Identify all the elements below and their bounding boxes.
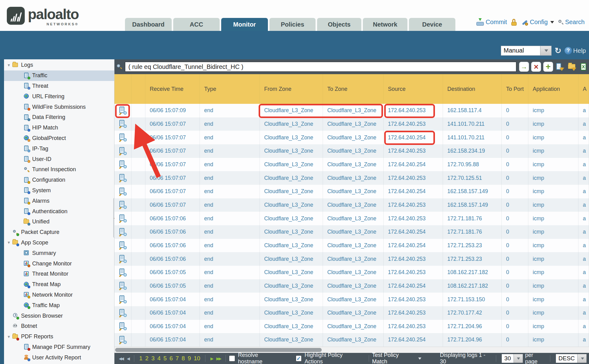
filter-builder-icon[interactable] (556, 62, 565, 71)
refresh-icon[interactable]: ↻ (555, 47, 561, 55)
log-detail-icon[interactable] (119, 241, 126, 249)
sidebar-item-ip-tag[interactable]: IP-Tag (4, 143, 114, 154)
sidebar-item-app-scope[interactable]: ▼App Scope (4, 238, 114, 248)
apply-filter-icon[interactable]: → (519, 62, 529, 71)
log-detail-icon[interactable] (119, 336, 126, 344)
log-detail-icon[interactable] (119, 160, 126, 168)
page-link-8[interactable]: 8 (182, 355, 185, 362)
log-detail-icon[interactable] (119, 269, 126, 277)
sidebar-item-packet-capture[interactable]: Packet Capture (4, 227, 114, 238)
sort-order-select[interactable]: DESC (556, 354, 587, 363)
sidebar-item-data-filtering[interactable]: Data Filtering (4, 112, 114, 123)
sidebar-item-wildfire-submissions[interactable]: WildFire Submissions (4, 102, 114, 112)
page-link-2[interactable]: 2 (145, 355, 149, 362)
sidebar-item-user-activity-report[interactable]: User Activity Report (4, 352, 114, 363)
column-header-action[interactable]: A (578, 74, 589, 104)
column-header-source[interactable]: Source (384, 74, 443, 104)
next-page-button[interactable]: ▶ (209, 356, 214, 361)
sidebar-item-authentication[interactable]: Authentication (4, 206, 114, 217)
expand-caret-icon[interactable]: ▼ (7, 240, 11, 245)
prev-page-button[interactable]: ◀ (125, 356, 131, 361)
log-detail-icon[interactable] (119, 255, 126, 263)
page-link-7[interactable]: 7 (175, 355, 179, 362)
sidebar-item-alarms[interactable]: Alarms (4, 196, 114, 206)
log-detail-icon[interactable] (119, 174, 126, 182)
sidebar-item-threat-monitor[interactable]: Threat Monitor (4, 269, 114, 279)
sidebar-item-manage-pdf-summary[interactable]: Manage PDF Summary (4, 342, 114, 353)
log-detail-icon[interactable] (119, 214, 126, 222)
log-detail-icon[interactable] (119, 282, 126, 290)
column-header-type[interactable]: Type (200, 74, 260, 104)
resolve-hostname-checkbox[interactable] (229, 355, 235, 362)
sidebar-item-traffic[interactable]: Traffic (4, 70, 114, 81)
lock-icon[interactable] (511, 19, 517, 26)
log-detail-icon[interactable] (119, 188, 126, 196)
column-header-detail[interactable] (114, 74, 131, 104)
sidebar-item-system[interactable]: System (4, 185, 114, 196)
log-detail-icon[interactable] (119, 295, 126, 303)
column-header-destination[interactable]: Destination (443, 74, 502, 104)
load-filter-icon[interactable] (568, 62, 577, 71)
tab-acc[interactable]: ACC (173, 18, 220, 31)
sidebar-item-network-monitor[interactable]: Network Monitor (4, 290, 114, 300)
page-link-10[interactable]: 10 (194, 355, 200, 362)
commit-button[interactable]: Commit (476, 19, 507, 26)
sidebar-item-url-filtering[interactable]: URL Filtering (4, 91, 114, 102)
tab-policies[interactable]: Policies (269, 18, 316, 31)
refresh-interval-select[interactable]: Manual (501, 46, 552, 56)
sidebar-item-hip-match[interactable]: HIP Match (4, 123, 114, 133)
last-page-button[interactable]: ▶▶ (214, 356, 222, 361)
column-header-spacer[interactable] (131, 74, 145, 104)
sidebar-item-traffic-map[interactable]: Traffic Map (4, 300, 114, 311)
log-detail-icon[interactable] (119, 147, 126, 155)
sidebar-item-threat[interactable]: Threat (4, 81, 114, 91)
highlight-policy-actions-checkbox[interactable]: ✓ (296, 355, 302, 362)
expand-caret-icon[interactable]: ▼ (7, 335, 11, 339)
tab-objects[interactable]: Objects (317, 18, 361, 31)
sort-order-caret[interactable] (577, 354, 587, 363)
page-link-4[interactable]: 4 (157, 355, 161, 362)
refresh-interval-caret[interactable] (540, 46, 552, 56)
help-button[interactable]: ? Help (565, 47, 586, 54)
test-policy-match-button[interactable]: Test Policy Match (372, 352, 421, 364)
log-filter-input[interactable] (125, 62, 516, 72)
log-detail-icon[interactable] (119, 309, 126, 317)
column-header-from-zone[interactable]: From Zone (260, 74, 323, 104)
first-page-button[interactable]: ◀◀ (117, 356, 125, 361)
page-link-6[interactable]: 6 (170, 355, 173, 362)
add-filter-icon[interactable]: + (544, 62, 553, 71)
per-page-caret[interactable] (514, 354, 523, 363)
search-button[interactable]: Search (558, 19, 585, 26)
log-detail-icon[interactable] (119, 322, 126, 330)
sidebar-item-botnet[interactable]: Botnet (4, 321, 114, 332)
expand-caret-icon[interactable]: ▼ (7, 63, 11, 67)
sidebar-item-configuration[interactable]: Configuration (4, 175, 114, 185)
log-detail-icon[interactable] (119, 201, 126, 209)
sidebar-item-unified[interactable]: Unified (4, 217, 114, 227)
log-detail-icon[interactable] (119, 228, 126, 236)
tab-dashboard[interactable]: Dashboard (125, 18, 172, 31)
column-header-to-port[interactable]: To Port (502, 74, 528, 104)
page-link-1[interactable]: 1 (139, 355, 143, 362)
sidebar-item-summary[interactable]: Summary (4, 248, 114, 258)
horizontal-scrollbar-thumb[interactable] (115, 348, 322, 352)
clear-filter-icon[interactable]: × (531, 62, 541, 71)
export-csv-icon[interactable]: X (580, 62, 589, 71)
sidebar-item-logs[interactable]: ▼Logs (4, 60, 114, 70)
sidebar-item-change-monitor[interactable]: Change Monitor (4, 258, 114, 269)
page-link-3[interactable]: 3 (151, 355, 155, 362)
log-detail-icon[interactable] (119, 120, 126, 128)
sidebar-item-saas-application-usage[interactable]: SaaS Application Usage (4, 363, 114, 364)
tab-monitor[interactable]: Monitor (221, 18, 268, 31)
page-link-5[interactable]: 5 (163, 355, 167, 362)
sidebar-item-tunnel-inspection[interactable]: Tunnel Inspection (4, 164, 114, 175)
tab-network[interactable]: Network (363, 18, 407, 31)
column-header-application[interactable]: Application (528, 74, 578, 104)
config-menu-button[interactable]: Config (521, 19, 554, 26)
sidebar-item-user-id[interactable]: User-ID (4, 154, 114, 164)
sidebar-item-globalprotect[interactable]: GlobalProtect (4, 133, 114, 144)
tab-device[interactable]: Device (409, 18, 455, 31)
page-link-9[interactable]: 9 (188, 355, 191, 362)
per-page-select[interactable]: 30 (502, 354, 522, 363)
sidebar-item-session-browser[interactable]: Session Browser (4, 311, 114, 321)
